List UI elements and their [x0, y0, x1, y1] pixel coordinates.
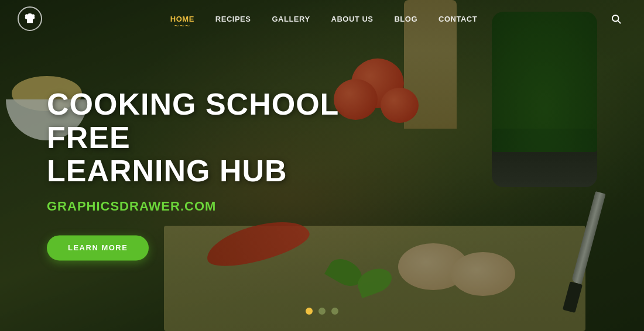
nav-item-home[interactable]: HOME ~~~ [160, 0, 205, 37]
nav-item-about[interactable]: ABOUT US [321, 0, 384, 37]
nav-item-gallery[interactable]: GALLERY [261, 0, 320, 37]
slide-dot-2[interactable] [318, 308, 326, 315]
slide-dot-3[interactable] [331, 308, 338, 315]
nav-label-recipes: RECIPES [215, 15, 251, 23]
hero-content: COOKING SCHOOL FREE LEARNING HUB GRAPHIC… [47, 88, 375, 260]
nav-label-contact: CONTACT [439, 15, 477, 23]
nav-item-blog[interactable]: BLOG [383, 0, 428, 37]
nav-links: HOME ~~~ RECIPES GALLERY ABOUT US BLOG C… [160, 0, 488, 37]
hero-title-line2: LEARNING HUB [47, 154, 287, 188]
nav-active-indicator: ~~~ [174, 21, 191, 30]
nav-label-blog: BLOG [394, 15, 417, 23]
hero-section: HOME ~~~ RECIPES GALLERY ABOUT US BLOG C… [0, 0, 644, 331]
navbar: HOME ~~~ RECIPES GALLERY ABOUT US BLOG C… [0, 0, 644, 37]
nav-item-contact[interactable]: CONTACT [428, 0, 488, 37]
chef-hat-icon [23, 12, 36, 25]
search-icon [611, 13, 621, 24]
nav-item-recipes[interactable]: RECIPES [205, 0, 262, 37]
slide-dots [306, 308, 338, 315]
slide-dot-1[interactable] [306, 308, 313, 315]
nav-label-about: ABOUT US [331, 15, 374, 23]
hero-title-line1: COOKING SCHOOL FREE [47, 87, 338, 154]
logo[interactable] [18, 6, 42, 31]
hero-subtitle: GRAPHICSDRAWER.COM [47, 199, 375, 214]
hero-title: COOKING SCHOOL FREE LEARNING HUB [47, 88, 375, 188]
search-button[interactable] [605, 8, 626, 29]
svg-line-1 [618, 20, 620, 23]
learn-more-button[interactable]: LEARN MORE [47, 235, 149, 260]
logo-icon [18, 6, 42, 31]
nav-label-gallery: GALLERY [272, 15, 310, 23]
